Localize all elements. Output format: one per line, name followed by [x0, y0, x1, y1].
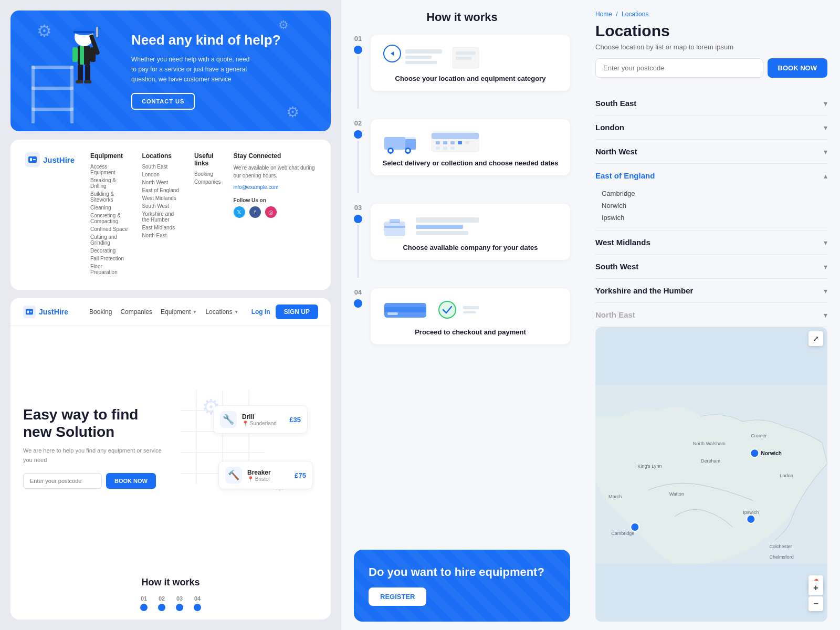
map-svg: North Walsham King's Lynn Dereham Cromer… — [595, 327, 827, 622]
right-postcode-input[interactable] — [595, 58, 763, 78]
svg-text:Colchester: Colchester — [770, 544, 792, 549]
footer-logo-text: JustHire — [43, 155, 75, 164]
hw-card-text-3: Choose available company for your dates — [379, 244, 562, 251]
hw-step-4: 04 — [354, 283, 570, 350]
svg-rect-60 — [416, 217, 479, 223]
footer-location-item[interactable]: East of England — [142, 187, 182, 193]
svg-rect-61 — [416, 225, 463, 229]
contact-us-button[interactable]: CONTACT US — [131, 93, 195, 110]
accordion-header-south-east[interactable]: South East ▾ — [595, 91, 827, 115]
footer-locations-list: South East London North West East of Eng… — [142, 164, 182, 238]
accordion-item-london: London ▾ — [595, 116, 827, 140]
hw-card-img-4 — [379, 297, 562, 323]
footer-location-item[interactable]: South West — [142, 203, 182, 209]
hw-step-num-1: 01 — [354, 35, 362, 43]
breadcrumb-home[interactable]: Home — [595, 10, 612, 18]
footer-useful-links-list: Booking Companies — [194, 171, 221, 185]
how-steps-row: 01 02 03 04 — [23, 595, 318, 611]
hw-step-line-2 — [358, 141, 359, 193]
nav-equipment[interactable]: Equipment ▼ — [161, 308, 197, 316]
hw-card-text-4: Proceed to checkout and payment — [379, 328, 562, 336]
svg-rect-9 — [80, 46, 84, 65]
accordion-header-south-west[interactable]: South West ▾ — [595, 255, 827, 278]
footer-location-item[interactable]: North East — [142, 233, 182, 238]
footer-equipment-item[interactable]: Confined Space — [90, 226, 129, 232]
right-book-now-button[interactable]: BOOK NOW — [768, 58, 827, 78]
footer-equipment-item[interactable]: Decorating — [90, 248, 129, 254]
site-book-now-button[interactable]: BOOK NOW — [106, 473, 156, 489]
footer-equipment-item[interactable]: Concreting & Compacting — [90, 213, 129, 224]
map-zoom-out-button[interactable]: − — [808, 596, 823, 611]
footer-equipment-item[interactable]: Building & Siteworks — [90, 191, 129, 203]
footer-equipment-item[interactable]: Floor Preparation — [90, 264, 129, 275]
chevron-down-icon-south-east: ▾ — [824, 99, 827, 108]
footer-location-item[interactable]: London — [142, 172, 182, 177]
svg-rect-35 — [405, 56, 432, 59]
footer-location-item[interactable]: North West — [142, 180, 182, 185]
site-hero-right: ⚙ ⚙ 🔧 Drill 📍 Sunderland £35 🔨 Breaker 📍… — [181, 390, 318, 505]
site-postcode-input[interactable] — [23, 473, 102, 489]
instagram-icon[interactable]: ◎ — [265, 206, 277, 218]
nav-companies[interactable]: Companies — [120, 308, 152, 316]
svg-rect-10 — [72, 47, 78, 62]
chevron-down-icon-north-east: ▾ — [824, 311, 827, 319]
site-hero-description: We are here to help you find any equipme… — [23, 446, 170, 465]
accordion-header-east-of-england[interactable]: East of England ▴ — [595, 164, 827, 187]
accordion-item-west-midlands: West Midlands ▾ — [595, 230, 827, 255]
footer-location-item[interactable]: South East — [142, 164, 182, 170]
footer-email-link[interactable]: info@example.com — [234, 184, 279, 190]
svg-rect-65 — [387, 312, 398, 315]
svg-point-46 — [406, 149, 410, 152]
footer-location-item[interactable]: Yorkshire and the Humber — [142, 211, 182, 223]
footer-equipment-item[interactable]: Fall Protection — [90, 256, 129, 261]
accordion-subitem-ipswich[interactable]: Ipswich — [602, 212, 827, 224]
site-nav-links: Booking Companies Equipment ▼ Locations … — [89, 308, 241, 316]
svg-rect-68 — [463, 306, 479, 309]
footer-equipment-item[interactable]: Breaking & Drilling — [90, 177, 129, 189]
accordion-header-north-east[interactable]: North East ▾ — [595, 303, 827, 327]
map-zoom-controls: + − — [808, 581, 823, 611]
step-num-4: 04 — [194, 595, 201, 602]
middle-panel: How it works 01 — [341, 0, 583, 630]
svg-rect-48 — [432, 133, 479, 139]
accordion-header-london[interactable]: London ▾ — [595, 116, 827, 139]
accordion-header-yorkshire[interactable]: Yorkshire and the Humber ▾ — [595, 279, 827, 302]
signup-button[interactable]: SIGN UP — [276, 304, 318, 319]
accordion-header-west-midlands[interactable]: West Midlands ▾ — [595, 230, 827, 254]
map-zoom-in-button[interactable]: + — [808, 581, 823, 595]
site-logo-icon — [23, 306, 36, 318]
accordion-subitem-cambridge[interactable]: Cambridge — [602, 187, 827, 200]
footer-equipment-item[interactable]: Cutting and Grinding — [90, 234, 129, 246]
svg-rect-53 — [465, 141, 469, 144]
accordion-label-south-east: South East — [595, 99, 636, 108]
hw-step-1: 01 Choose your l — [354, 29, 570, 114]
accordion-header-north-west[interactable]: North West ▾ — [595, 140, 827, 163]
hw-step-num-4: 04 — [354, 288, 362, 296]
svg-rect-58 — [390, 219, 400, 223]
svg-rect-57 — [384, 222, 405, 236]
step-dot-1 — [140, 604, 148, 611]
hw-step-line-1 — [358, 56, 359, 109]
nav-booking[interactable]: Booking — [89, 308, 112, 316]
svg-rect-15 — [85, 65, 90, 81]
footer-useful-link-item[interactable]: Companies — [194, 179, 221, 185]
svg-rect-56 — [450, 146, 455, 150]
step-dot-2 — [158, 604, 165, 611]
chevron-up-icon-east-of-england: ▴ — [824, 172, 827, 180]
footer-location-item[interactable]: West Midlands — [142, 195, 182, 201]
left-panel: ⚙ ⚙ ⚙ — [0, 0, 341, 630]
chevron-down-icon-yorkshire: ▾ — [824, 287, 827, 295]
footer-equipment-item[interactable]: Cleaning — [90, 205, 129, 211]
chevron-down-icon-london: ▾ — [824, 123, 827, 132]
accordion-subitem-norwich[interactable]: Norwich — [602, 200, 827, 212]
map-expand-button[interactable]: ⤢ — [808, 331, 823, 346]
cta-register-button[interactable]: REGISTER — [369, 587, 426, 606]
facebook-icon[interactable]: f — [249, 206, 261, 218]
footer-equipment-item[interactable]: Access Equipment — [90, 164, 129, 175]
footer-useful-link-item[interactable]: Booking — [194, 171, 221, 177]
nav-locations[interactable]: Locations ▼ — [205, 308, 238, 316]
step-num-3: 03 — [176, 595, 183, 602]
footer-location-item[interactable]: East Midlands — [142, 225, 182, 230]
twitter-icon[interactable]: 𝕏 — [234, 206, 245, 218]
login-button[interactable]: Log In — [251, 308, 270, 316]
